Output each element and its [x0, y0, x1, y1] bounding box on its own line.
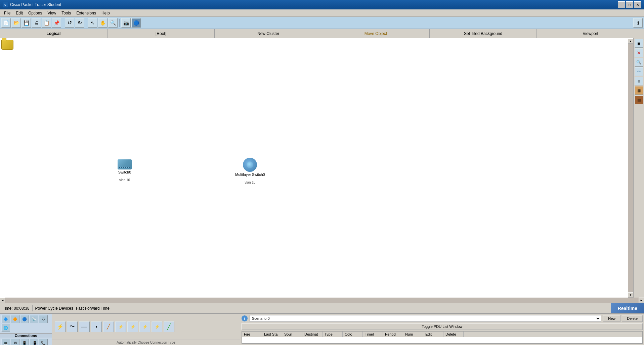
canvas-area[interactable]: Switch0 vlan 10 Multilayer Switch0 vlan …	[0, 38, 628, 298]
maximize-button[interactable]: □	[626, 1, 633, 8]
inspect-mode-button[interactable]: 🔍	[635, 58, 643, 67]
topnav-root[interactable]: [Root]	[108, 29, 215, 38]
print-button[interactable]: 🖨	[32, 18, 41, 28]
fiber-cable-button[interactable]: ╱	[164, 321, 174, 332]
topology-button[interactable]: ▦	[635, 86, 643, 95]
titlebar-controls: ─ □ ✕	[618, 1, 641, 8]
routers-button[interactable]: 🔷	[1, 315, 10, 323]
pdu-col-period: Period	[383, 332, 403, 337]
switch0-icon	[118, 159, 132, 169]
horizontal-scrollbar[interactable]: ◄ ►	[0, 298, 644, 303]
toolbar: 📄 📂 💾 🖨 📋 📌 ↺ ↻ ↖ ✋ 🔍 📷 🔵 ℹ	[0, 17, 644, 29]
scenario-info-icon: i	[242, 315, 248, 321]
scroll-down-button[interactable]: ▼	[628, 292, 633, 298]
status-power-cycle[interactable]: Power Cycle Devices	[35, 306, 73, 311]
pdu-col-source: Sour	[282, 332, 302, 337]
toolbar-separator-3	[119, 19, 120, 27]
menu-extensions[interactable]: Extensions	[74, 10, 99, 16]
topnav-new-cluster[interactable]: New Cluster	[215, 29, 322, 38]
pdu-col-edit: Edit	[423, 332, 443, 337]
rollover-cable-button[interactable]: ╱	[103, 321, 114, 332]
phone-cable-button[interactable]: ⚡	[139, 321, 150, 332]
server-button[interactable]: 🖥	[11, 339, 19, 345]
new-scenario-button[interactable]: New	[603, 315, 620, 322]
mlswitch0-vlan: vlan 10	[245, 181, 255, 184]
delete-mode-button[interactable]: ✕	[635, 48, 643, 57]
crossover-cable-button[interactable]: ●	[91, 321, 102, 332]
tablet-button[interactable]: 📲	[30, 339, 38, 345]
scroll-left-button[interactable]: ◄	[0, 298, 5, 303]
pc-button[interactable]: 💻	[1, 339, 10, 345]
console-cable-button[interactable]: 〜	[67, 321, 78, 332]
scenario-select[interactable]: Scenario 0	[250, 315, 601, 322]
scroll-up-button[interactable]: ▲	[628, 38, 633, 44]
straight-cable-button[interactable]: —	[79, 321, 90, 332]
menu-edit[interactable]: Edit	[13, 10, 26, 16]
open-file-button[interactable]: 📂	[11, 18, 21, 28]
titlebar-left: C Cisco Packet Tracer Student	[3, 2, 61, 7]
auto-connect-button[interactable]: ⚡	[55, 321, 66, 332]
laptop-button[interactable]: 📱	[20, 339, 29, 345]
realtime-badge[interactable]: Realtime	[611, 303, 644, 313]
custom-button[interactable]: 🔵	[131, 18, 141, 28]
status-fast-forward[interactable]: Fast Forward Time	[76, 306, 110, 311]
hubs-button[interactable]: 🔵	[20, 315, 29, 323]
screenshot-button[interactable]: 📷	[121, 18, 131, 28]
connection-panel: ⚡ 〜 — ● ╱ ⚡ ⚡ ⚡ ⚡ ╱ Automatically Choose…	[52, 314, 240, 345]
menu-options[interactable]: Options	[26, 10, 45, 16]
scroll-track-vertical[interactable]	[628, 44, 633, 292]
device-icons-bottom: 💻 🖥 📱 📲 📞 📺	[0, 338, 52, 345]
device-icons-top: 🔷 🔶 🔵 📡 🛡 🌐	[0, 314, 52, 334]
topnav-logical[interactable]: Logical	[0, 29, 108, 38]
grid-mode-button[interactable]: ⊞	[635, 77, 643, 85]
serial-dte-button[interactable]: ⚡	[127, 321, 138, 332]
custom-device-button[interactable]: ▤	[635, 95, 643, 104]
paste-button[interactable]: 📌	[52, 18, 61, 28]
mlswitch0-inner-icon	[247, 161, 253, 168]
scroll-track-horizontal[interactable]	[5, 298, 639, 303]
menu-help[interactable]: Help	[99, 10, 113, 16]
pdu-col-last-sta: Last Sta	[262, 332, 282, 337]
coax-cable-button[interactable]: ⚡	[152, 321, 162, 332]
wireless-button[interactable]: 📡	[30, 315, 38, 323]
redo-button[interactable]: ↻	[75, 18, 84, 28]
device-category-label: Connections	[0, 334, 52, 338]
switches-button[interactable]: 🔶	[11, 315, 19, 323]
delete-scenario-button[interactable]: Delete	[622, 315, 643, 322]
scroll-right-button[interactable]: ►	[639, 298, 644, 303]
copy-button[interactable]: 📋	[42, 18, 51, 28]
info-button[interactable]: ℹ	[633, 18, 643, 28]
phone-button[interactable]: 📞	[39, 339, 48, 345]
pdu-col-dest: Destinat	[302, 332, 323, 337]
menubar: File Edit Options View Tools Extensions …	[0, 9, 644, 17]
root-folder-button[interactable]	[0, 38, 15, 51]
minimize-button[interactable]: ─	[618, 1, 625, 8]
switch0-label: Switch0	[118, 170, 131, 174]
menu-file[interactable]: File	[1, 10, 13, 16]
toolbar-separator-2	[86, 19, 86, 27]
wan-button[interactable]: 🌐	[1, 324, 10, 332]
switch0-device[interactable]: Switch0 vlan 10	[118, 159, 132, 182]
menu-tools[interactable]: Tools	[59, 10, 74, 16]
menu-view[interactable]: View	[45, 10, 59, 16]
note-mode-button[interactable]: ✏	[635, 67, 643, 76]
undo-button[interactable]: ↺	[65, 18, 74, 28]
hand-button[interactable]: ✋	[98, 18, 108, 28]
topnav-set-tiled-background[interactable]: Set Tiled Background	[430, 29, 537, 38]
new-file-button[interactable]: 📄	[1, 18, 11, 28]
serial-dce-button[interactable]: ⚡	[115, 321, 126, 332]
vertical-scrollbar[interactable]: ▲ ▼	[628, 38, 633, 298]
topnav-viewport[interactable]: Viewport	[537, 29, 644, 38]
save-file-button[interactable]: 💾	[22, 18, 31, 28]
zoom-button[interactable]: 🔍	[108, 18, 118, 28]
scenario-buttons: New Delete	[603, 315, 643, 322]
security-button[interactable]: 🛡	[39, 315, 48, 323]
toolbar-separator-1	[63, 19, 63, 27]
app-title: Cisco Packet Tracer Student	[10, 2, 61, 7]
select-button[interactable]: ↖	[88, 18, 97, 28]
mlswitch0-device[interactable]: Multilayer Switch0 vlan 10	[235, 158, 265, 184]
close-button[interactable]: ✕	[634, 1, 641, 8]
toggle-pdu-button[interactable]: Toggle PDU List Window	[242, 323, 643, 330]
select-mode-button[interactable]: ▣	[635, 39, 643, 48]
topnav-move-object[interactable]: Move Object	[322, 29, 430, 38]
